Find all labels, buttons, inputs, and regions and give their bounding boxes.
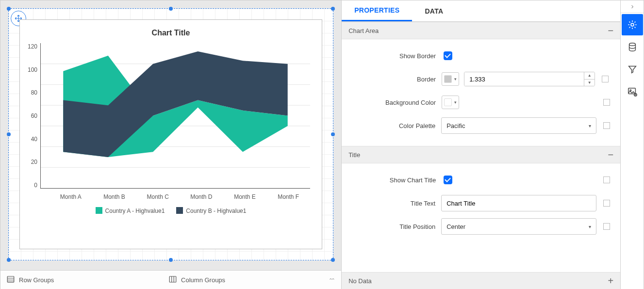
resize-handle-top-left[interactable] — [7, 7, 11, 11]
title-position-select[interactable]: Center ▾ — [441, 218, 596, 235]
title-position-value: Center — [446, 223, 589, 230]
resize-handle-bottom-right[interactable] — [331, 258, 335, 262]
chart-title: Chart Title — [24, 24, 318, 43]
section-title-label: Title — [348, 151, 360, 159]
resize-handle-mid-right[interactable] — [331, 132, 335, 136]
chart-y-axis: 120100806040200 — [28, 43, 40, 189]
show-border-label: Show Border — [350, 52, 436, 60]
background-color-picker[interactable]: ▾ — [442, 96, 459, 109]
groups-bar: Row Groups Column Groups ⌄⌄ — [0, 270, 341, 289]
row-groups-label: Row Groups — [19, 276, 54, 284]
palette-expression-checkbox[interactable] — [603, 122, 610, 129]
title-position-label: Title Position — [350, 223, 435, 230]
chart-x-axis: Month AMonth BMonth CMonth DMonth EMonth… — [24, 191, 318, 200]
section-chart-area[interactable]: Chart Area − — [342, 22, 620, 39]
title-position-expression-checkbox[interactable] — [603, 223, 610, 230]
design-canvas: Chart Title 120100806040200 Month AMonth… — [0, 0, 341, 289]
svg-rect-7 — [7, 276, 14, 282]
column-groups-label: Column Groups — [181, 276, 225, 284]
border-width-step-up[interactable]: ▲ — [584, 72, 594, 80]
side-toolbar — [620, 0, 644, 289]
properties-tool-button[interactable] — [622, 14, 643, 35]
chart-legend: Country A - Highvalue1Country B - Highva… — [24, 200, 318, 216]
chevron-down-icon: ▾ — [589, 123, 591, 128]
color-palette-value: Pacific — [446, 122, 589, 129]
show-border-checkbox[interactable] — [444, 51, 452, 60]
border-expression-checkbox[interactable] — [602, 76, 609, 82]
show-title-label: Show Chart Title — [350, 177, 436, 184]
bgcolor-label: Background Color — [350, 99, 436, 106]
title-text-input[interactable] — [441, 195, 596, 211]
show-chart-title-checkbox[interactable] — [444, 176, 452, 184]
tab-properties[interactable]: PROPERTIES — [342, 0, 412, 21]
title-text-label: Title Text — [350, 200, 435, 207]
svg-rect-8 — [169, 276, 176, 282]
bgcolor-expression-checkbox[interactable] — [603, 99, 610, 106]
properties-panel: PROPERTIES DATA Chart Area − Show Border… — [341, 0, 620, 289]
filter-tool-button[interactable] — [622, 59, 643, 80]
section-no-data[interactable]: No Data + — [342, 272, 620, 289]
image-tool-button[interactable] — [622, 81, 643, 102]
rail-expand-icon[interactable] — [621, 0, 644, 13]
row-groups-icon — [6, 275, 15, 285]
groups-collapse-icon[interactable]: ⌄⌄ — [330, 277, 335, 283]
section-title[interactable]: Title − — [342, 146, 620, 163]
data-tool-button[interactable] — [622, 36, 643, 58]
title-text-expression-checkbox[interactable] — [603, 200, 610, 207]
svg-point-10 — [629, 43, 635, 46]
section-no-data-label: No Data — [348, 277, 372, 285]
chart-frame: Chart Title 120100806040200 Month AMonth… — [19, 19, 322, 249]
column-groups-icon — [168, 275, 177, 285]
resize-handle-mid-left[interactable] — [7, 132, 11, 136]
border-color-picker[interactable]: ▾ — [442, 72, 459, 86]
chart-plot-area — [40, 43, 310, 189]
collapse-icon[interactable]: − — [608, 150, 613, 160]
resize-handle-top-center[interactable] — [169, 7, 173, 11]
border-width-input[interactable] — [464, 72, 584, 86]
color-palette-select[interactable]: Pacific ▾ — [441, 117, 596, 134]
show-title-expression-checkbox[interactable] — [603, 177, 610, 183]
tab-data[interactable]: DATA — [412, 0, 456, 21]
border-width-step-down[interactable]: ▼ — [584, 80, 594, 86]
resize-handle-top-right[interactable] — [331, 7, 335, 11]
chevron-down-icon: ▾ — [589, 224, 591, 229]
resize-handle-bottom-left[interactable] — [7, 258, 11, 262]
collapse-icon[interactable]: − — [608, 26, 613, 35]
section-chart-area-label: Chart Area — [348, 27, 379, 34]
border-label: Border — [350, 76, 436, 83]
chart-selection[interactable]: Chart Title 120100806040200 Month AMonth… — [8, 8, 333, 260]
svg-point-9 — [631, 23, 634, 26]
expand-icon[interactable]: + — [608, 276, 613, 286]
palette-label: Color Palette — [350, 122, 435, 129]
resize-handle-bottom-center[interactable] — [169, 258, 173, 262]
